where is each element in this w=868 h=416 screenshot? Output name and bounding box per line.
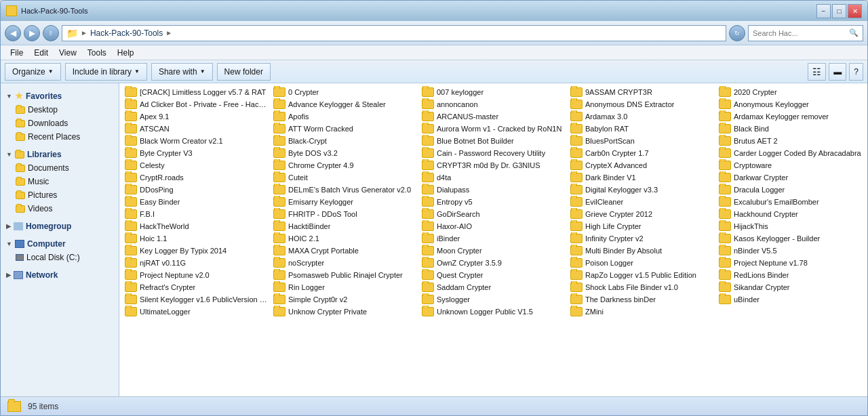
sidebar-item-pictures[interactable]: Pictures: [1, 188, 119, 202]
list-item[interactable]: Ardamax Keylogger remover: [716, 110, 865, 123]
up-button[interactable]: ⇧: [43, 25, 59, 41]
close-button[interactable]: ✕: [848, 4, 862, 18]
list-item[interactable]: Dark Binder V1: [568, 171, 716, 184]
list-item[interactable]: Unknown Logger Public V1.5: [419, 306, 568, 318]
list-item[interactable]: HOIC 2.1: [271, 232, 419, 245]
list-item[interactable]: Silent Keylogger v1.6 PublicVersion By B…: [122, 293, 271, 306]
pane-button[interactable]: ▬: [829, 63, 846, 81]
list-item[interactable]: UltimateLogger: [122, 306, 271, 318]
list-item[interactable]: Psomasweb Public Rinajel Crypter: [271, 269, 419, 281]
menu-tools[interactable]: Tools: [82, 47, 112, 59]
list-item[interactable]: RedLions Binder: [716, 269, 865, 281]
list-item[interactable]: Babylon RAT: [568, 123, 716, 135]
list-item[interactable]: Moon Crypter: [419, 245, 568, 257]
list-item[interactable]: 9ASSAM CRYPT3R: [568, 86, 716, 98]
list-item[interactable]: Infinity Crypter v2: [568, 232, 716, 245]
search-box[interactable]: 🔍: [748, 25, 863, 41]
sidebar-item-recent-places[interactable]: Recent Places: [1, 130, 119, 144]
list-item[interactable]: Sikandar Crypter: [716, 281, 865, 293]
view-options-button[interactable]: ☷: [808, 63, 826, 81]
list-item[interactable]: Apofis: [271, 110, 419, 123]
list-item[interactable]: GoDirSearch: [419, 208, 568, 220]
list-item[interactable]: Shock Labs File Binder v1.0: [568, 281, 716, 293]
list-item[interactable]: d4ta: [419, 171, 568, 184]
list-item[interactable]: Cain - Password Recovery Utility: [419, 147, 568, 159]
list-item[interactable]: Aurora Worm v1 - Cracked by RoN1N: [419, 123, 568, 135]
list-item[interactable]: ZMini: [568, 306, 716, 318]
list-item[interactable]: CryptR.roads: [122, 171, 271, 184]
refresh-button[interactable]: ↻: [729, 25, 745, 41]
list-item[interactable]: 0 Crypter: [271, 86, 419, 98]
list-item[interactable]: noScrypter: [271, 257, 419, 269]
list-item[interactable]: Grieve Crypter 2012: [568, 208, 716, 220]
list-item[interactable]: Dialupass: [419, 184, 568, 196]
list-item[interactable]: Celesty: [122, 159, 271, 171]
list-item[interactable]: Project Neptune v2.0: [122, 269, 271, 281]
list-item[interactable]: MAXA Crypt Portable: [271, 245, 419, 257]
list-item[interactable]: Easy Binder: [122, 196, 271, 208]
list-item[interactable]: ARCANUS-master: [419, 110, 568, 123]
list-item[interactable]: CrypteX Advanced: [568, 159, 716, 171]
sidebar-item-videos[interactable]: Videos: [1, 202, 119, 215]
list-item[interactable]: The Darkness binDer: [568, 293, 716, 306]
list-item[interactable]: High Life Crypter: [568, 220, 716, 232]
list-item[interactable]: Carb0n Crypter 1.7: [568, 147, 716, 159]
list-item[interactable]: Saddam Crypter: [419, 281, 568, 293]
list-item[interactable]: Haxor-AIO: [419, 220, 568, 232]
list-item[interactable]: BluesPortScan: [568, 135, 716, 147]
list-item[interactable]: iBinder: [419, 232, 568, 245]
help-button[interactable]: ?: [849, 63, 863, 81]
list-item[interactable]: Hackhound Crypter: [716, 208, 865, 220]
list-item[interactable]: Unknow Crypter Private: [271, 306, 419, 318]
list-item[interactable]: Refract's Crypter: [122, 281, 271, 293]
list-item[interactable]: Excalubur's EmailBomber: [716, 196, 865, 208]
list-item[interactable]: Byte DOS v3.2: [271, 147, 419, 159]
share-with-button[interactable]: Share with ▼: [151, 63, 213, 81]
sidebar-favorites-header[interactable]: ▼ ★ Favorites: [1, 89, 119, 103]
list-item[interactable]: Kasos Keylogger - Builder: [716, 232, 865, 245]
sidebar-item-downloads[interactable]: Downloads: [1, 117, 119, 130]
new-folder-button[interactable]: New folder: [217, 63, 271, 81]
list-item[interactable]: Black Bind: [716, 123, 865, 135]
list-item[interactable]: Advance Keylogger & Stealer: [271, 98, 419, 110]
list-item[interactable]: Poison Logger: [568, 257, 716, 269]
list-item[interactable]: ATSCAN: [122, 123, 271, 135]
list-item[interactable]: Cryptoware: [716, 159, 865, 171]
sidebar-item-desktop[interactable]: Desktop: [1, 103, 119, 117]
list-item[interactable]: annoncanon: [419, 98, 568, 110]
list-item[interactable]: Apex 9.1: [122, 110, 271, 123]
list-item[interactable]: Carder Logger Coded By Abracadabra: [716, 147, 865, 159]
list-item[interactable]: ATT Worm Cracked: [271, 123, 419, 135]
list-item[interactable]: Anonymous Keylogger: [716, 98, 865, 110]
list-item[interactable]: Blue Botnet Bot Builder: [419, 135, 568, 147]
list-item[interactable]: Project Neptune v1.78: [716, 257, 865, 269]
breadcrumb-root[interactable]: Hack-Pack-90-Tools: [90, 28, 163, 38]
list-item[interactable]: Digital Keylogger v3.3: [568, 184, 716, 196]
list-item[interactable]: DELmE's Batch Virus Generator v2.0: [271, 184, 419, 196]
menu-help[interactable]: Help: [112, 47, 140, 59]
list-item[interactable]: Quest Crypter: [419, 269, 568, 281]
list-item[interactable]: Entropy v5: [419, 196, 568, 208]
search-input[interactable]: [753, 29, 846, 37]
list-item[interactable]: OwnZ Crypter 3.5.9: [419, 257, 568, 269]
list-item[interactable]: Darkwar Crypter: [716, 171, 865, 184]
list-item[interactable]: Dracula Logger: [716, 184, 865, 196]
minimize-button[interactable]: −: [816, 4, 831, 18]
include-in-library-button[interactable]: Include in library ▼: [65, 63, 147, 81]
list-item[interactable]: Ad Clicker Bot - Private - Free - Hack V…: [122, 98, 271, 110]
list-item[interactable]: Emisarry Keylogger: [271, 196, 419, 208]
list-item[interactable]: Black Worm Creator v2.1: [122, 135, 271, 147]
list-item[interactable]: EvilCleaner: [568, 196, 716, 208]
list-item[interactable]: Brutus AET 2: [716, 135, 865, 147]
list-item[interactable]: Syslogger: [419, 293, 568, 306]
list-item[interactable]: CRYPT3R m0d By Dr. G3NIUS: [419, 159, 568, 171]
list-item[interactable]: Anonymous DNS Extractor: [568, 98, 716, 110]
forward-button[interactable]: ▶: [24, 25, 40, 41]
list-item[interactable]: Multi Binder By Absolut: [568, 245, 716, 257]
list-item[interactable]: Simple Crypt0r v2: [271, 293, 419, 306]
sidebar-homegroup-header[interactable]: ▶ Homegroup: [1, 220, 119, 233]
maximize-button[interactable]: □: [832, 4, 846, 18]
sidebar-item-music[interactable]: Music: [1, 175, 119, 188]
menu-file[interactable]: File: [5, 47, 28, 59]
list-item[interactable]: uBinder: [716, 293, 865, 306]
